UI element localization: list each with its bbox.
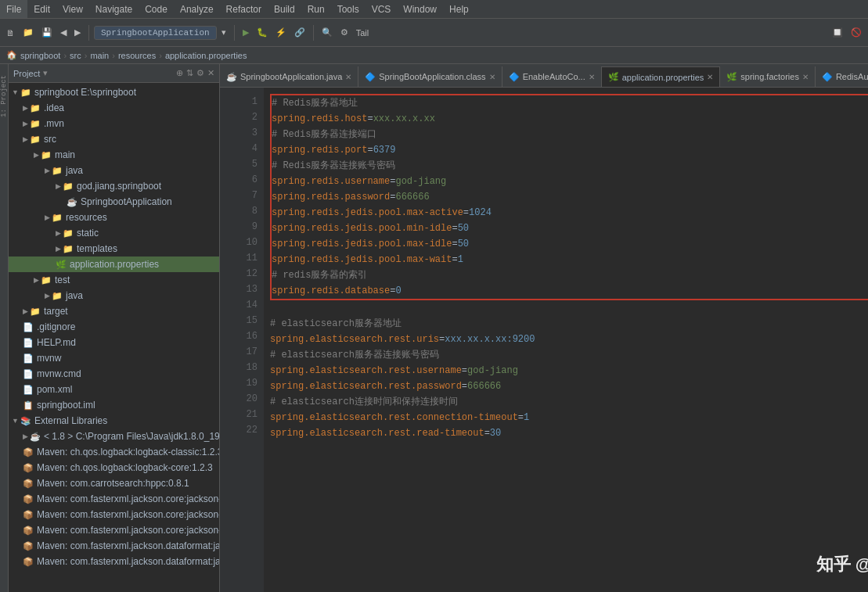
tree-item[interactable]: 📋springboot.iml — [9, 397, 219, 413]
tree-item[interactable]: 📄pom.xml — [9, 382, 219, 397]
code-line[interactable]: # elasticsearch服务器地址 — [270, 316, 868, 332]
tree-item[interactable]: ▶☕< 1.8 > C:\Program Files\Java\jdk1.8.0… — [9, 429, 219, 444]
toolbar-icon2[interactable]: 🚫 — [848, 26, 865, 39]
code-line[interactable]: spring.redis.jedis.pool.min-idle=50 — [272, 221, 868, 236]
code-line[interactable]: spring.redis.jedis.pool.max-wait=1 — [272, 252, 868, 267]
tree-item[interactable]: ▶📁target — [9, 303, 219, 319]
tree-item[interactable]: ▶📁.idea — [9, 100, 219, 116]
menu-help[interactable]: Help — [443, 0, 475, 18]
tree-item[interactable]: ▶📁src — [9, 131, 219, 147]
toolbar-back[interactable]: ◀ — [57, 26, 70, 39]
tab-RedisAutoConfiguration.class[interactable]: 🔷RedisAutoConfiguration.class✕ — [816, 66, 868, 87]
tree-item[interactable]: ▶📁.mvn — [9, 116, 219, 131]
menu-view[interactable]: View — [56, 0, 89, 18]
code-line[interactable]: spring.elasticsearch.rest.connection-tim… — [270, 410, 868, 425]
toolbar-new[interactable]: 🗎 — [3, 27, 18, 39]
code-line[interactable] — [270, 300, 868, 316]
toolbar-tail[interactable]: Tail — [353, 27, 373, 39]
code-line[interactable]: # Redis服务器连接端口 — [272, 127, 868, 142]
tree-item[interactable]: ▶📁java — [9, 288, 219, 303]
tab-close-btn[interactable]: ✕ — [707, 73, 713, 81]
toolbar-dropdown[interactable]: ▾ — [218, 26, 229, 39]
toolbar-attach[interactable]: 🔗 — [291, 26, 308, 39]
menu-vcs[interactable]: VCS — [366, 0, 398, 18]
tab-EnableAutoCo...[interactable]: 🔷EnableAutoCo...✕ — [502, 66, 602, 87]
code-line[interactable]: # Redis服务器连接账号密码 — [272, 158, 868, 174]
menu-run[interactable]: Run — [301, 0, 331, 18]
tab-application.properties[interactable]: 🌿application.properties✕ — [602, 66, 721, 87]
tree-item[interactable]: 📦Maven: com.fasterxml.jackson.dataformat… — [9, 538, 219, 554]
code-line[interactable]: spring.redis.port=6379 — [272, 142, 868, 158]
code-line[interactable]: spring.elasticsearch.rest.read-timeout=3… — [270, 425, 868, 441]
tab-close-btn[interactable]: ✕ — [489, 73, 495, 81]
breadcrumb-springboot[interactable]: springboot — [20, 51, 60, 60]
tree-item[interactable]: 📄mvnw — [9, 350, 219, 366]
code-line[interactable]: spring.elasticsearch.rest.password=66666… — [270, 379, 868, 394]
tree-item[interactable]: ▼📁springboot E:\springboot — [9, 84, 219, 100]
tree-item[interactable]: 📦Maven: ch.qos.logback:logback-core:1.2.… — [9, 460, 219, 475]
code-line[interactable]: spring.elasticsearch.rest.uris=xxx.xx.x.… — [270, 332, 868, 347]
project-scroll-icon[interactable]: ⇅ — [186, 68, 193, 78]
menu-navigate[interactable]: Navigate — [89, 0, 139, 18]
menu-build[interactable]: Build — [268, 0, 301, 18]
project-close-icon[interactable]: ✕ — [207, 68, 214, 78]
tree-item[interactable]: 📦Maven: com.fasterxml.jackson.core:jacks… — [9, 507, 219, 522]
menu-code[interactable]: Code — [139, 0, 174, 18]
menu-refactor[interactable]: Refactor — [220, 0, 268, 18]
tree-item[interactable]: 📄HELP.md — [9, 335, 219, 350]
toolbar-search[interactable]: 🔍 — [319, 26, 336, 39]
project-dropdown-icon[interactable]: ▾ — [43, 68, 48, 78]
tab-close-btn[interactable]: ✕ — [589, 73, 595, 81]
menu-file[interactable]: File — [0, 0, 27, 18]
breadcrumb-src[interactable]: src — [70, 51, 81, 60]
tree-item[interactable]: ▶📁main — [9, 147, 219, 163]
code-line[interactable]: spring.redis.host=xxx.xx.x.xx — [272, 111, 868, 127]
menu-edit[interactable]: Edit — [27, 0, 56, 18]
tree-item[interactable]: 📄mvnw.cmd — [9, 366, 219, 382]
toolbar-save[interactable]: 💾 — [38, 26, 56, 39]
tree-item[interactable]: ☕SpringbootApplication — [9, 194, 219, 210]
tree-item[interactable]: 📦Maven: com.fasterxml.jackson.dataformat… — [9, 554, 219, 569]
toolbar-forward[interactable]: ▶ — [71, 26, 84, 39]
breadcrumb-resources[interactable]: resources — [118, 51, 156, 60]
tree-item[interactable]: 📦Maven: com.fasterxml.jackson.core:jacks… — [9, 491, 219, 507]
tree-item[interactable]: ▶📁static — [9, 225, 219, 241]
toolbar-debug[interactable]: 🐛 — [254, 26, 271, 39]
menu-tools[interactable]: Tools — [331, 0, 366, 18]
toolbar-open[interactable]: 📁 — [20, 26, 37, 39]
tab-SpringBootApplication.class[interactable]: 🔷SpringBootApplication.class✕ — [358, 66, 502, 87]
toolbar-app-name[interactable]: SpringbootApplication — [94, 26, 217, 40]
project-gear-icon[interactable]: ⚙ — [196, 68, 204, 78]
breadcrumb-appprops[interactable]: application.properties — [165, 51, 247, 60]
code-line[interactable]: spring.redis.jedis.pool.max-active=1024 — [272, 205, 868, 221]
code-line[interactable]: spring.elasticsearch.rest.username=god-j… — [270, 363, 868, 379]
tree-item[interactable]: ▶📁test — [9, 272, 219, 288]
project-add-icon[interactable]: ⊕ — [176, 68, 183, 78]
code-line[interactable]: # elasticsearch连接时间和保持连接时间 — [270, 394, 868, 410]
code-line[interactable]: spring.redis.username=god-jiang — [272, 174, 868, 189]
breadcrumb-main[interactable]: main — [90, 51, 109, 60]
tree-item[interactable]: 📄.gitignore — [9, 319, 219, 335]
code-line[interactable]: spring.redis.database=0 — [272, 283, 868, 299]
code-line[interactable]: spring.redis.jedis.pool.max-idle=50 — [272, 236, 868, 252]
code-line[interactable]: # Redis服务器地址 — [272, 95, 868, 111]
toolbar-run[interactable]: ▶ — [240, 26, 252, 39]
tree-item[interactable]: ▶📁java — [9, 163, 219, 178]
toolbar-icon1[interactable]: 🔲 — [829, 26, 846, 39]
tab-close-btn[interactable]: ✕ — [802, 73, 809, 81]
code-editor[interactable]: 12345678910111213141516171819202122 # Re… — [220, 88, 868, 592]
tree-item[interactable]: ▼📚External Libraries — [9, 413, 219, 429]
tree-item[interactable]: 📦Maven: com.carrotsearch:hppc:0.8.1 — [9, 475, 219, 491]
tab-spring.factories[interactable]: 🌿spring.factories✕ — [720, 66, 816, 87]
code-line[interactable]: spring.redis.password=666666 — [272, 189, 868, 205]
menu-analyze[interactable]: Analyze — [174, 0, 220, 18]
tree-item[interactable]: 🌿application.properties — [9, 257, 219, 272]
tree-item[interactable]: ▶📁resources — [9, 210, 219, 225]
tree-item[interactable]: 📦Maven: com.fasterxml.jackson.core:jacks… — [9, 522, 219, 538]
tab-SpringbootApplication.java[interactable]: ☕SpringbootApplication.java✕ — [220, 66, 358, 87]
code-line[interactable]: # redis服务器的索引 — [272, 267, 868, 283]
tree-item[interactable]: 📦Maven: ch.qos.logback:logback-classic:1… — [9, 444, 219, 460]
tab-close-btn[interactable]: ✕ — [345, 73, 351, 81]
menu-window[interactable]: Window — [397, 0, 443, 18]
toolbar-settings[interactable]: ⚙ — [337, 26, 351, 39]
